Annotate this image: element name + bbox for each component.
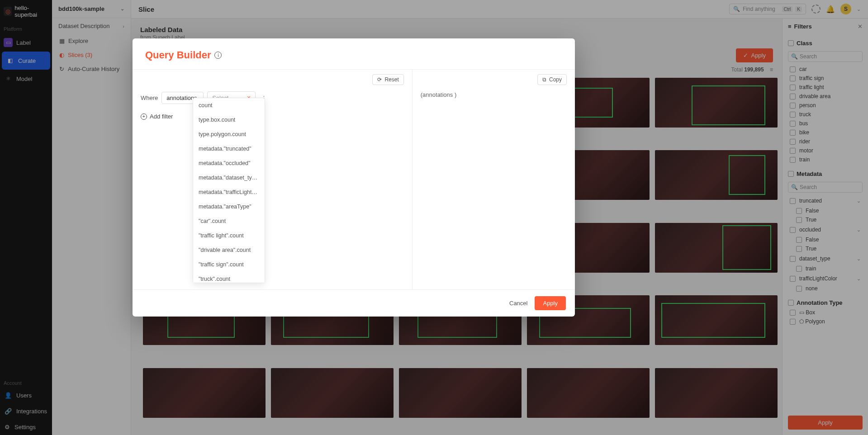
- dropdown-option[interactable]: count: [193, 98, 265, 113]
- dropdown-option[interactable]: metadata."dataset_type": [193, 170, 265, 185]
- dropdown-option[interactable]: type.box.count: [193, 113, 265, 127]
- apply-button[interactable]: Apply: [535, 296, 566, 310]
- plus-icon: +: [141, 113, 147, 120]
- dropdown-option[interactable]: metadata."truncated": [193, 142, 265, 156]
- dropdown-option[interactable]: "traffic light".count: [193, 228, 265, 243]
- cancel-button[interactable]: Cancel: [509, 300, 527, 307]
- modal-title: Query Builder: [145, 49, 211, 61]
- field-dropdown: counttype.box.counttype.polygon.countmet…: [193, 98, 265, 283]
- dropdown-option[interactable]: "truck".count: [193, 272, 265, 283]
- dropdown-option[interactable]: metadata."occluded": [193, 156, 265, 170]
- add-filter-button[interactable]: + Add filter: [141, 113, 404, 120]
- dropdown-option[interactable]: type.polygon.count: [193, 127, 265, 142]
- reset-button[interactable]: ⟳Reset: [372, 74, 403, 85]
- refresh-icon: ⟳: [377, 76, 382, 83]
- copy-button[interactable]: ⧉Copy: [537, 74, 567, 85]
- query-expression: (annotations ): [421, 91, 567, 98]
- dropdown-option[interactable]: "drivable area".count: [193, 243, 265, 257]
- query-builder-left-pane: ⟳Reset Where annotations. Select... × ⋮ …: [133, 70, 412, 289]
- where-label: Where: [141, 95, 158, 101]
- info-icon[interactable]: i: [214, 52, 222, 59]
- query-builder-right-pane: ⧉Copy (annotations ): [412, 70, 575, 289]
- copy-icon: ⧉: [542, 76, 546, 83]
- dropdown-option[interactable]: metadata."areaType": [193, 199, 265, 214]
- dropdown-option[interactable]: "traffic sign".count: [193, 257, 265, 272]
- dropdown-option[interactable]: "car".count: [193, 214, 265, 228]
- dropdown-option[interactable]: metadata."trafficLightColor": [193, 185, 265, 199]
- filter-row: Where annotations. Select... × ⋮: [141, 91, 404, 104]
